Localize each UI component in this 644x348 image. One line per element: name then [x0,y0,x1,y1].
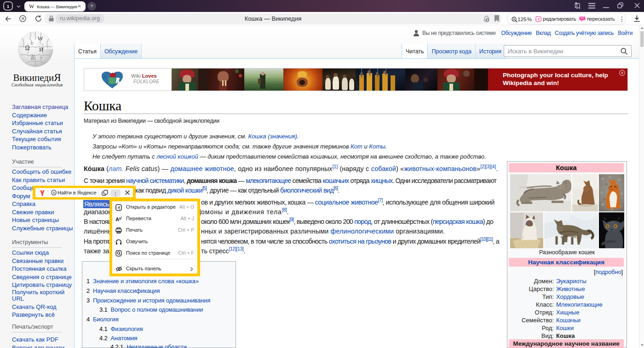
svg-text:И: И [39,46,43,53]
svg-text:Я: Я [52,191,55,195]
svg-text:ש: ש [31,40,34,46]
svg-text:Я: Я [21,17,24,21]
svg-text:Ω: Ω [25,45,30,51]
svg-text:1: 1 [486,18,488,22]
svg-text:7: 7 [40,56,42,61]
svg-text:1: 1 [7,4,9,9]
svg-text:““: ““ [581,17,584,20]
svg-text:言: 言 [30,55,35,60]
